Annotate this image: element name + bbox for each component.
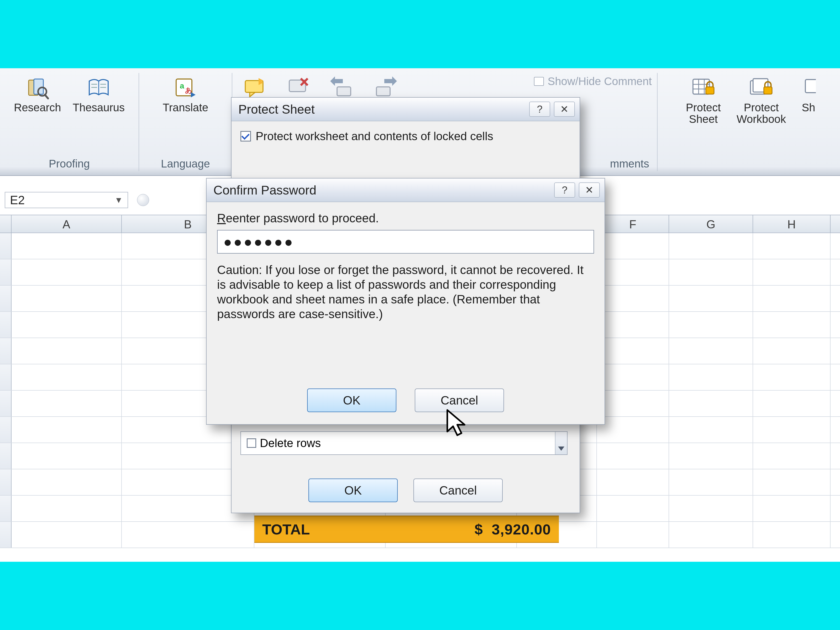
group-label-proofing: Proofing [0, 158, 139, 170]
close-button[interactable]: ✕ [554, 102, 575, 117]
show-hide-comment-icon [534, 77, 544, 86]
help-button[interactable]: ? [554, 182, 575, 198]
mouse-cursor-icon [446, 409, 470, 438]
permission-delete-rows[interactable]: Delete rows [241, 437, 327, 450]
protect-workbook-button[interactable]: Protect Workbook [733, 74, 790, 126]
previous-comment-icon [330, 76, 354, 100]
close-button[interactable]: ✕ [579, 182, 600, 198]
total-row: TOTAL $ 3,920.00 [254, 516, 559, 543]
protect-workbook-label: Protect Workbook [737, 102, 786, 125]
checkbox-icon [247, 438, 256, 448]
protect-sheet-cancel-button[interactable]: Cancel [414, 478, 503, 502]
protect-contents-label: Protect worksheet and contents of locked… [256, 129, 493, 143]
confirm-password-prompt: Reenter password to proceed. [217, 211, 594, 225]
delete-comment-icon [286, 76, 310, 100]
checkbox-icon [240, 131, 251, 142]
ribbon-group-changes: Protect Sheet Protect Workbook [658, 73, 840, 171]
thesaurus-label: Thesaurus [73, 102, 125, 114]
translate-label: Translate [163, 102, 208, 114]
translate-button[interactable]: a あ Translate [159, 74, 213, 115]
svg-text:a: a [180, 81, 184, 90]
show-hide-comment-label: Show/Hide Comment [548, 75, 652, 88]
name-box[interactable]: E2 ▼ [5, 192, 128, 208]
protect-sheet-label: Protect Sheet [686, 102, 721, 125]
next-comment-icon [374, 76, 397, 100]
protect-sheet-icon [692, 76, 715, 100]
app-window: Research Thesaurus [0, 68, 840, 562]
confirm-password-cancel-button[interactable]: Cancel [415, 388, 504, 412]
protect-sheet-title: Protect Sheet [238, 102, 526, 117]
protect-contents-checkbox[interactable]: Protect worksheet and contents of locked… [240, 129, 571, 143]
name-box-dropdown-icon[interactable]: ▼ [114, 195, 123, 205]
svg-rect-17 [337, 87, 351, 96]
protect-sheet-titlebar[interactable]: Protect Sheet ? ✕ [232, 98, 579, 121]
show-hide-comment-button[interactable]: Show/Hide Comment [534, 75, 652, 88]
thesaurus-icon [87, 76, 111, 100]
help-button[interactable]: ? [529, 102, 550, 117]
share-workbook-label: Sh [802, 102, 815, 114]
new-comment-icon [243, 76, 267, 100]
research-button[interactable]: Research [10, 74, 65, 115]
confirm-password-title: Confirm Password [213, 183, 551, 197]
svg-marker-29 [447, 410, 465, 435]
help-icon: ? [537, 104, 542, 115]
password-mask: ●●●●●●● [223, 234, 294, 250]
confirm-password-ok-button[interactable]: OK [307, 388, 396, 412]
share-workbook-icon [802, 76, 816, 100]
name-box-value: E2 [10, 193, 25, 207]
research-icon [26, 76, 49, 100]
svg-marker-13 [249, 92, 255, 97]
column-header-G[interactable]: G [669, 215, 753, 232]
protect-sheet-button[interactable]: Protect Sheet [682, 74, 725, 126]
permission-delete-rows-label: Delete rows [260, 437, 321, 450]
svg-rect-18 [376, 87, 390, 96]
confirm-password-titlebar[interactable]: Confirm Password ? ✕ [207, 178, 605, 202]
ribbon-group-proofing: Research Thesaurus [0, 73, 139, 171]
total-amount: $ 3,920.00 [475, 521, 551, 538]
cancel-formula-icon[interactable] [137, 194, 149, 206]
thesaurus-button[interactable]: Thesaurus [68, 74, 129, 115]
column-header-A[interactable]: A [11, 215, 122, 232]
research-label: Research [14, 102, 61, 114]
share-workbook-button[interactable]: Sh [797, 74, 816, 126]
total-label: TOTAL [262, 521, 310, 538]
column-header-H[interactable]: H [753, 215, 831, 232]
select-all-corner[interactable] [0, 215, 11, 232]
svg-rect-28 [805, 79, 816, 93]
close-icon: ✕ [585, 184, 594, 196]
close-icon: ✕ [560, 103, 568, 115]
listbox-scrollbar[interactable] [555, 432, 567, 455]
protect-sheet-ok-button[interactable]: OK [308, 478, 398, 502]
protect-workbook-icon [750, 76, 773, 100]
password-caution-text: Caution: If you lose or forget the passw… [217, 262, 594, 321]
column-header-F[interactable]: F [597, 215, 669, 232]
ribbon-group-language: a あ Translate Language [139, 73, 232, 171]
confirm-password-dialog: Confirm Password ? ✕ Reenter password to… [206, 178, 605, 425]
permissions-listbox[interactable]: Delete rows [240, 431, 567, 455]
svg-rect-27 [764, 87, 772, 94]
group-label-language: Language [139, 158, 232, 170]
reenter-password-field[interactable]: ●●●●●●● [217, 230, 594, 254]
help-icon: ? [562, 185, 567, 196]
translate-icon: a あ [174, 76, 197, 100]
svg-line-3 [45, 95, 48, 98]
svg-rect-24 [706, 87, 714, 94]
